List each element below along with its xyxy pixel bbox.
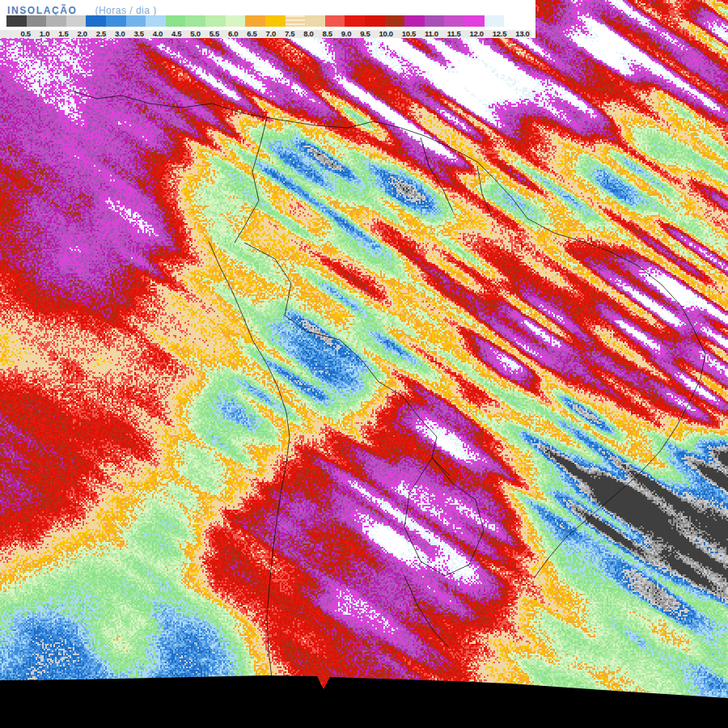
legend-tick-0.5: 0.5 [16, 30, 35, 38]
legend-tick-10.0: 10.0 [375, 30, 397, 38]
legend-cell-0.5 [6, 15, 27, 27]
legend-cell-3.5 [126, 15, 146, 27]
legend-tick-1.5: 1.5 [54, 30, 73, 38]
legend-cell-11.5 [444, 15, 464, 27]
legend-tick-2.0: 2.0 [73, 30, 91, 38]
legend-tick-11.5: 11.5 [442, 30, 465, 38]
legend-cell-12.5 [485, 15, 505, 27]
legend-colorbar [6, 15, 524, 27]
legend-cell-4.0 [146, 15, 166, 27]
legend-tick-8.0: 8.0 [299, 30, 318, 38]
legend-tick-2.5: 2.5 [91, 30, 110, 38]
page-title: INSOLAÇÃO [7, 5, 77, 16]
legend-cell-9.5 [365, 15, 385, 27]
legend-tick-1.0: 1.0 [35, 30, 53, 38]
legend-tick-8.5: 8.5 [318, 30, 336, 38]
legend-tick-5.5: 5.5 [205, 30, 223, 38]
legend-cell-6.5 [245, 15, 265, 27]
legend-cell-1.5 [46, 15, 66, 27]
legend-tick-9.0: 9.0 [336, 30, 355, 38]
legend-tick-5.0: 5.0 [186, 30, 205, 38]
page-subtitle: (Horas / dia ) [95, 5, 156, 16]
legend-cell-5.0 [185, 15, 205, 27]
legend-tick-3.5: 3.5 [129, 30, 148, 38]
legend-tick-3.0: 3.0 [111, 30, 129, 38]
legend-cell-10.5 [404, 15, 425, 27]
legend-tick-12.0: 12.0 [465, 30, 488, 38]
legend-tick-6.0: 6.0 [223, 30, 242, 38]
legend-cell-2.0 [66, 15, 87, 27]
legend-cell-11.0 [425, 15, 445, 27]
legend-cell-7.5 [286, 15, 306, 27]
legend-tick-11.0: 11.0 [421, 30, 443, 38]
legend-cell-8.5 [325, 15, 345, 27]
legend-cell-12.0 [464, 15, 485, 27]
insolation-map-page: INSOLAÇÃO(Horas / dia ) 0.51.01.52.02.53… [0, 0, 728, 728]
legend-tick-7.5: 7.5 [280, 30, 298, 38]
legend-tick-12.5: 12.5 [488, 30, 510, 38]
legend-tick-4.5: 4.5 [167, 30, 186, 38]
insolation-heatmap-canvas [0, 0, 728, 728]
legend-cell-8.0 [305, 15, 325, 27]
legend-tick-9.5: 9.5 [356, 30, 375, 38]
legend-cell-1.0 [27, 15, 47, 27]
legend-cell-10.0 [385, 15, 405, 27]
legend-tick-6.5: 6.5 [243, 30, 261, 38]
legend-cell-13.0 [504, 15, 524, 27]
legend-cell-3.0 [106, 15, 126, 27]
legend-tick-10.5: 10.5 [397, 30, 420, 38]
legend-tick-4.0: 4.0 [148, 30, 167, 38]
legend-cell-4.5 [166, 15, 186, 27]
legend-tick-13.0: 13.0 [511, 30, 534, 38]
legend-value-labels: 0.51.01.52.02.53.03.54.04.55.05.56.06.57… [16, 30, 534, 38]
legend-panel: INSOLAÇÃO(Horas / dia ) 0.51.01.52.02.53… [0, 0, 535, 38]
legend-cell-7.0 [265, 15, 286, 27]
legend-tick-7.0: 7.0 [261, 30, 280, 38]
legend-cell-6.0 [226, 15, 246, 27]
legend-cell-2.5 [86, 15, 106, 27]
legend-cell-9.0 [345, 15, 365, 27]
legend-cell-5.5 [205, 15, 226, 27]
